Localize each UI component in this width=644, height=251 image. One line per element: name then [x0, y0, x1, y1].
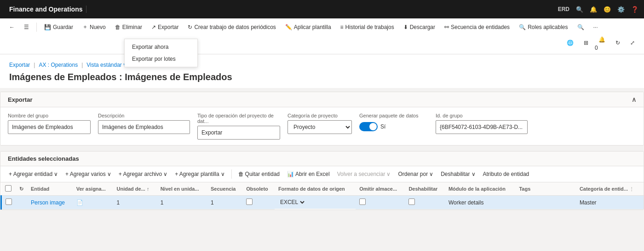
th-secuencia[interactable]: Secuencia	[207, 182, 242, 196]
id-grupo-input[interactable]	[436, 120, 528, 134]
categoria-proyecto-field: Categoría de proyecto Proyecto Opción 2	[288, 113, 352, 134]
nombre-grupo-input[interactable]	[8, 120, 91, 134]
nombre-grupo-label: Nombre del grupo	[8, 113, 91, 118]
th-modulo[interactable]: Módulo de la aplicación	[445, 182, 515, 196]
order-by-button[interactable]: Ordenar por ∨	[395, 169, 436, 179]
add-entity-button[interactable]: + Agregar entidad ∨	[6, 169, 61, 179]
header-row: ↻ Entidad Ver asigna... Unidad de... ↑	[1, 182, 644, 196]
entidades-section: Entidades seleccionadas + Agregar entida…	[0, 151, 644, 210]
th-obsoleto[interactable]: Obsoleto	[242, 182, 275, 196]
applicable-roles-button[interactable]: 🔍 Roles aplicables	[515, 22, 571, 32]
more-button[interactable]: ···	[590, 22, 602, 32]
chevron-down-icon: ∨	[386, 171, 391, 177]
generar-toggle[interactable]	[359, 122, 378, 131]
add-multiple-button[interactable]: + Agregar varios ∨	[63, 169, 114, 179]
help-icon[interactable]: ❓	[631, 6, 638, 13]
th-tags[interactable]: Tags	[515, 182, 575, 196]
form-row: Nombre del grupo Descripción Tipo de ope…	[8, 113, 636, 140]
obsoleto-checkbox[interactable]	[246, 198, 253, 205]
th-deshabilitar[interactable]: Deshabilitar	[405, 182, 445, 196]
view-selector[interactable]: Vista estándar ∨	[86, 62, 127, 68]
back-button[interactable]: ←	[6, 22, 18, 32]
id-grupo-field: Id. de grupo	[436, 113, 528, 134]
export-section-header: Exportar ∧	[0, 92, 644, 107]
th-checkbox	[1, 182, 16, 196]
th-nivel[interactable]: Nivel en unida...	[157, 182, 207, 196]
separator-bc1: |	[34, 62, 35, 68]
categoria-proyecto-label: Categoría de proyecto	[288, 113, 352, 118]
save-button[interactable]: 💾 Guardar	[40, 22, 77, 32]
th-categoria-entidad[interactable]: Categoría de entid... ⋮	[576, 182, 644, 196]
settings-icon[interactable]: ⚙️	[617, 6, 625, 13]
categoria-entidad-cell: Master	[576, 196, 644, 210]
export-batch-item[interactable]: Exportar por lotes	[125, 53, 197, 65]
export-dropdown: Exportar ahora Exportar por lotes	[124, 39, 198, 67]
bell-icon[interactable]: 🔔	[590, 6, 597, 13]
delete-button[interactable]: 🗑 Eliminar	[111, 22, 146, 32]
deshabilitar-checkbox[interactable]	[408, 198, 415, 205]
descripcion-field: Descripción	[98, 113, 190, 134]
save-icon: 💾	[44, 24, 51, 30]
breadcrumb-export[interactable]: Exportar	[9, 62, 30, 68]
breadcrumb: Exportar | AX : Operations | Vista están…	[0, 59, 644, 70]
omitir-checkbox[interactable]	[359, 198, 366, 205]
entity-sequence-button[interactable]: ⚯ Secuencia de entidades	[441, 22, 513, 32]
disable-button[interactable]: Deshabilitar ∨	[438, 169, 478, 179]
search-toolbar-button[interactable]: 🔍	[574, 22, 588, 32]
entity-attribute-button[interactable]: Atributo de entidad	[480, 169, 532, 179]
unidad-cell: 1	[113, 196, 157, 210]
export-button[interactable]: ↗ Exportar	[148, 22, 182, 32]
add-template-button[interactable]: + Agregar plantilla ∨	[172, 169, 227, 179]
nivel-cell: 1	[157, 196, 207, 210]
refresh-right-button[interactable]: ↻	[612, 38, 624, 48]
th-ver-asigna[interactable]: Ver asigna...	[73, 182, 113, 196]
export-now-item[interactable]: Exportar ahora	[125, 41, 197, 53]
categoria-proyecto-select[interactable]: Proyecto Opción 2	[288, 120, 352, 134]
remove-icon: 🗑	[238, 171, 244, 177]
separator-bc2: |	[81, 62, 83, 68]
add-file-button[interactable]: + Agregar archivo ∨	[116, 169, 170, 179]
th-formato[interactable]: Formato de datos de origen	[275, 182, 356, 196]
open-excel-button[interactable]: 📊 Abrir en Excel	[284, 169, 333, 179]
resequence-button[interactable]: Volver a secuenciar ∨	[334, 169, 394, 179]
tipo-operacion-field: Tipo de operación del proyecto de dat...	[197, 113, 280, 140]
tipo-operacion-input[interactable]	[197, 126, 280, 140]
chevron-down-icon: ∨	[472, 171, 476, 177]
table-body: Person image📄111EXCELWorker detailsMaste…	[1, 196, 644, 210]
create-job-button[interactable]: ↻ Crear trabajo de datos periódicos	[184, 22, 279, 32]
badge-button[interactable]: 🔔	[595, 35, 609, 45]
page-content: Exportar ∧ Nombre del grupo Descripción	[0, 92, 644, 219]
row-refresh[interactable]	[16, 196, 27, 210]
globe-button[interactable]: 🌐	[563, 38, 577, 48]
remove-entity-button[interactable]: 🗑 Quitar entidad	[236, 169, 282, 179]
row-checkbox[interactable]	[6, 198, 12, 205]
app-title: Finance and Operations	[6, 6, 86, 13]
export-section-title: Exportar	[8, 96, 32, 103]
layout-button[interactable]: ⊞	[580, 38, 592, 48]
job-history-button[interactable]: ≡ Historial de trabajos	[337, 22, 398, 32]
entidades-title: Entidades seleccionadas	[8, 155, 79, 162]
collapse-button[interactable]: ∧	[632, 96, 636, 103]
entidades-header: Entidades seleccionadas	[0, 152, 644, 166]
face-icon[interactable]: 😊	[604, 6, 611, 13]
formato-select[interactable]: EXCEL	[278, 198, 306, 206]
th-refresh: ↻	[16, 182, 27, 196]
th-omitir[interactable]: Omitir almace...	[356, 182, 405, 196]
new-button[interactable]: ＋ Nuevo	[79, 21, 109, 33]
descripcion-input[interactable]	[98, 120, 190, 134]
expand-button[interactable]: ⤢	[627, 38, 638, 48]
th-entity[interactable]: Entidad	[27, 182, 73, 196]
header-checkbox[interactable]	[5, 185, 12, 192]
generar-paquete-field: Generar paquete de datos Sí	[359, 113, 428, 131]
menu-button[interactable]: ☰	[20, 22, 33, 32]
download-button[interactable]: ⬇ Descargar	[400, 22, 439, 32]
entity-link[interactable]: Person image	[31, 199, 65, 206]
main-toolbar: ← ☰ 💾 Guardar ＋ Nuevo 🗑 Eliminar ↗ Expor…	[0, 18, 644, 54]
breadcrumb-operations[interactable]: AX : Operations	[39, 62, 78, 68]
th-unidad[interactable]: Unidad de... ↑	[113, 182, 157, 196]
separator-1	[36, 23, 37, 32]
apply-template-button[interactable]: ✏️ Aplicar plantilla	[282, 22, 335, 32]
secuencia-cell: 1	[207, 196, 242, 210]
back-icon: ←	[9, 24, 15, 30]
search-icon[interactable]: 🔍	[576, 6, 583, 13]
